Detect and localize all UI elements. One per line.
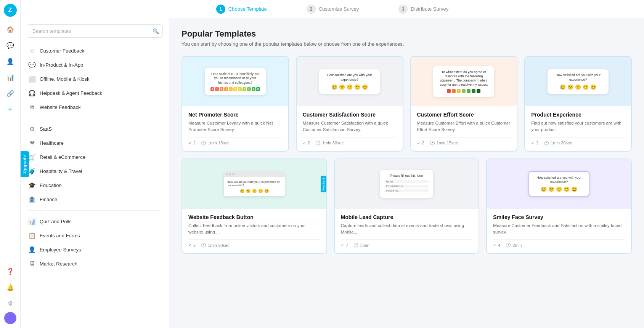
sidebar-item-events[interactable]: 📋 Events and Forms (21, 229, 169, 243)
sidebar-item-market[interactable]: 🖥 Market Research (21, 257, 169, 270)
card-desc-product: Find out how satisfied your customers ar… (531, 120, 625, 133)
template-card-mobile[interactable]: Please fill out this form Name Email Add… (334, 158, 480, 254)
website-emojis: 😢 😕 😐 🙂 😊 (227, 189, 282, 193)
nav-help[interactable]: ❓ (3, 264, 18, 278)
nav-contacts[interactable]: 👤 (3, 54, 18, 69)
search-input[interactable] (27, 24, 163, 38)
card-meta-nps: ✓ 2 🕐 1min 15sec (188, 137, 282, 146)
step-1[interactable]: 1 Choose Template (216, 5, 267, 14)
step-1-num: 1 (216, 5, 225, 14)
sidebar-item-finance[interactable]: 🏦 Finance (21, 192, 169, 206)
card-meta-website: ✓ 2 🕐 1min 30sec (188, 239, 320, 248)
template-card-nps[interactable]: On a scale of 0-10, how likely are you t… (181, 56, 289, 152)
step-3[interactable]: 3 Distribute Survey (398, 5, 448, 14)
nps-7: 7 (243, 87, 246, 91)
check-icon: ✓ (493, 243, 496, 248)
sidebar-item-website[interactable]: 🖥 Website Feedback (21, 100, 169, 114)
clock-icon: 🕐 (544, 141, 549, 146)
page-title: Popular Templates (181, 29, 632, 39)
nav-surveys[interactable]: 💬 (3, 38, 18, 53)
nps-1: 1 (215, 87, 219, 91)
field-mobile: Mobile No. (384, 189, 429, 192)
template-card-product[interactable]: How satisfied are you with your experien… (524, 56, 632, 152)
nav-reports[interactable]: 📊 (3, 70, 18, 85)
dot-4 (462, 89, 466, 93)
card-body-website: Website Feedback Button Collect Feedback… (182, 209, 326, 253)
emoji-3: 😐 (347, 84, 353, 90)
nav-settings[interactable]: ⚙ (3, 296, 18, 310)
nav-add[interactable]: + (3, 102, 18, 117)
emoji-5: 😊 (590, 84, 596, 90)
emoji-4: 🙂 (564, 186, 570, 192)
emoji-2: 😕 (246, 189, 251, 193)
template-card-website[interactable]: How would you rate your experience on ou… (181, 158, 327, 254)
app-logo[interactable]: Z (4, 4, 17, 17)
nav-notifications[interactable]: 🔔 (3, 280, 18, 294)
sidebar-section-industry: ⚙ SaaS ❤ Healthcare 🛒 Retail & eCommerce… (21, 122, 169, 206)
sidebar-item-label: Healthcare (40, 140, 64, 146)
sidebar-item-hospitality[interactable]: 🧳 Hospitality & Travel (21, 164, 169, 178)
card-meta-mobile: ✓ 7 🕐 3min (341, 239, 473, 248)
template-card-ces[interactable]: To what extent do you agree or disagree … (410, 56, 518, 152)
star-icon: ☆ (28, 47, 36, 54)
preview-widget-ces: To what extent do you agree or disagree … (433, 66, 494, 97)
card-time-product: 🕐 1min 30sec (544, 141, 572, 146)
emoji-3: 😐 (575, 84, 581, 90)
sidebar-item-offline[interactable]: ⬜ Offline, Mobile & Kiosk (21, 72, 169, 86)
preview-widget-product: How satisfied are you with your experien… (548, 69, 609, 93)
emoji-5: 😊 (264, 189, 269, 193)
nav-home[interactable]: 🏠 (3, 22, 18, 37)
sidebar-item-saas[interactable]: ⚙ SaaS (21, 122, 169, 136)
card-time-ces: 🕐 1min 15sec (430, 141, 458, 146)
dot-6 (472, 89, 475, 93)
card-time-nps: 🕐 1min 15sec (201, 141, 229, 146)
field-mobile-label: Mobile No. (386, 189, 398, 192)
sidebar-item-retail[interactable]: 🛒 Retail & eCommerce (21, 150, 169, 164)
main-content: Popular Templates You can start by choos… (169, 18, 644, 328)
sidebar-item-in-product[interactable]: 💬 In-Product & In-App (21, 58, 169, 72)
sidebar-item-helpdesk[interactable]: 🎧 Helpdesk & Agent Feedback (21, 86, 169, 100)
check-icon: ✓ (188, 243, 192, 248)
field-name: Name (384, 180, 429, 183)
card-preview-csat: How satisfied are you with your experien… (297, 57, 403, 106)
template-card-csat[interactable]: How satisfied are you with your experien… (296, 56, 403, 152)
card-preview-smiley: How satisfied are you with your experien… (487, 159, 631, 209)
mobile-form-title: Please fill out this form (384, 174, 429, 178)
sidebar-item-quiz[interactable]: 📊 Quiz and Polls (21, 214, 169, 229)
emoji-1: 😢 (240, 189, 244, 193)
nav-integrations[interactable]: 🔗 (3, 86, 18, 101)
check-icon: ✓ (531, 141, 535, 146)
nps-8: 8 (247, 87, 251, 91)
preview-widget-nps: On a scale of 0-10, how likely are you t… (205, 68, 266, 94)
sidebar-item-employee[interactable]: 👤 Employee Surveys (21, 243, 169, 257)
step-2[interactable]: 2 Customize Survey (307, 5, 359, 14)
sidebar-item-label: Website Feedback (40, 104, 80, 110)
card-desc-ces: Measure Customer Effort with a quick Cus… (417, 120, 511, 133)
sidebar-item-customer-feedback[interactable]: ☆ Customer Feedback (21, 44, 169, 58)
sidebar-item-education[interactable]: 🎓 Education (21, 178, 169, 192)
poll-icon: 📊 (28, 218, 36, 225)
card-preview-nps: On a scale of 0-10, how likely are you t… (182, 57, 288, 106)
sidebar-item-healthcare[interactable]: ❤ Healthcare (21, 136, 169, 150)
card-questions-product: ✓ 2 (531, 141, 538, 146)
cart-icon: 🛒 (28, 154, 36, 161)
sidebar: 🔍 ☆ Customer Feedback 💬 In-Product & In-… (21, 18, 169, 328)
product-emojis: 😢 😕 😐 🙂 😊 (552, 84, 604, 90)
nps-10: 10 (256, 87, 260, 91)
bag-icon: 🧳 (28, 168, 36, 175)
person-icon: 👤 (28, 246, 36, 253)
questions-count: 2 (193, 243, 196, 248)
questions-count: 4 (498, 243, 500, 248)
upgrade-tab[interactable]: Upgrade (21, 151, 29, 177)
clock-icon: 🕐 (353, 243, 359, 248)
template-card-smiley[interactable]: How satisfied are you with your experien… (486, 158, 632, 254)
card-time-mobile: 🕐 3min (353, 243, 369, 248)
emoji-3: 😐 (252, 189, 257, 193)
clock-icon: 🕐 (315, 141, 321, 146)
field-email-label: Email Address (386, 185, 403, 188)
user-avatar[interactable] (4, 312, 16, 324)
research-icon: 🖥 (28, 260, 36, 267)
sidebar-item-label: Market Research (40, 261, 77, 267)
card-meta-product: ✓ 2 🕐 1min 30sec (531, 137, 625, 146)
card-meta-ces: ✓ 2 🕐 1min 15sec (417, 137, 511, 146)
